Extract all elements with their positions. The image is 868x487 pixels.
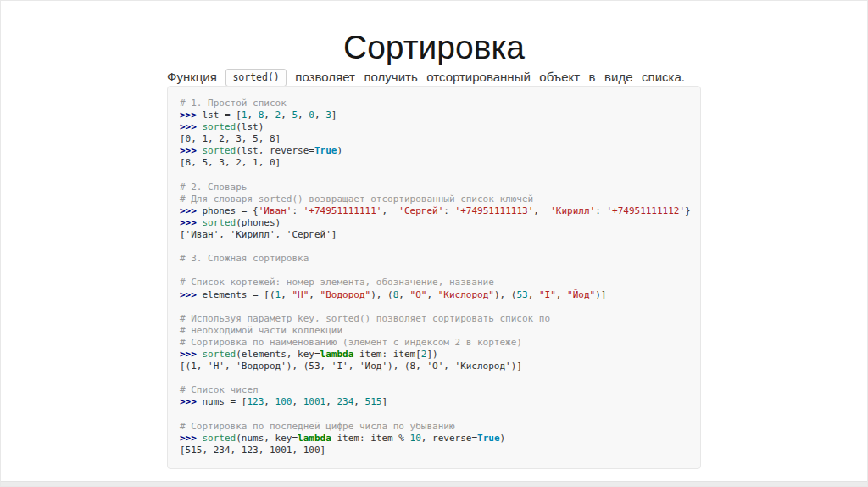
code-line: # Используя параметр key, sorted() позво… [180,313,688,325]
code-line: # Список чисел [180,384,688,396]
code-line: # 1. Простой список [180,98,688,109]
subtitle-suffix: позволяет получить отсортированный объек… [295,70,685,84]
code-line [180,170,688,182]
code-line: [0, 1, 2, 3, 5, 8] [180,133,688,145]
code-line: >>> elements = [(1, "H", "Водород"), (8,… [180,289,688,301]
code-line: # Сортировка по наименованию (элемент с … [180,337,688,349]
code-line: >>> sorted(elements, key=lambda item: it… [180,349,688,361]
code-line [180,241,688,253]
code-line: >>> lst = [1, 8, 2, 5, 0, 3] [180,109,688,121]
slide: Сортировка Функция sorted() позволяет по… [0,0,868,487]
code-line: >>> sorted(phones) [180,217,688,229]
page-title: Сортировка [1,26,867,69]
code-line: [515, 234, 123, 1001, 100] [180,445,688,456]
code-line [180,408,688,420]
code-line [180,265,688,277]
inline-code-sorted: sorted() [225,69,286,87]
code-line: [8, 5, 3, 2, 1, 0] [180,157,688,169]
code-line: # 3. Сложная сортировка [180,253,688,265]
code-line: ['Иван', 'Кирилл', 'Сергей'] [180,229,688,241]
code-line: >>> nums = [123, 100, 1001, 234, 515] [180,396,688,408]
subtitle: Функция sorted() позволяет получить отсо… [167,67,685,87]
code-line: # необходимой части коллекции [180,325,688,337]
code-line: >>> sorted(lst) [180,121,688,133]
code-line: >>> sorted(lst, reverse=True) [180,145,688,157]
code-line: # Список кортежей: номер элемента, обозн… [180,277,688,288]
slide-bottom-edge [1,481,867,486]
code-block: # 1. Простой список>>> lst = [1, 8, 2, 5… [167,86,701,469]
code-line: # 2. Словарь [180,182,688,193]
subtitle-prefix: Функция [167,70,217,84]
code-line: >>> phones = {'Иван': '+74951111111', 'С… [180,205,688,217]
code-line: >>> sorted(nums, key=lambda item: item %… [180,433,688,445]
code-line [180,372,688,384]
code-line: [(1, 'H', 'Водород'), (53, 'I', 'Йод'), … [180,361,688,372]
code-line: # Сортировка по последней цифре числа по… [180,421,688,433]
code-line: # Для словаря sorted() возвращает отсорт… [180,193,688,205]
code-line [180,301,688,313]
